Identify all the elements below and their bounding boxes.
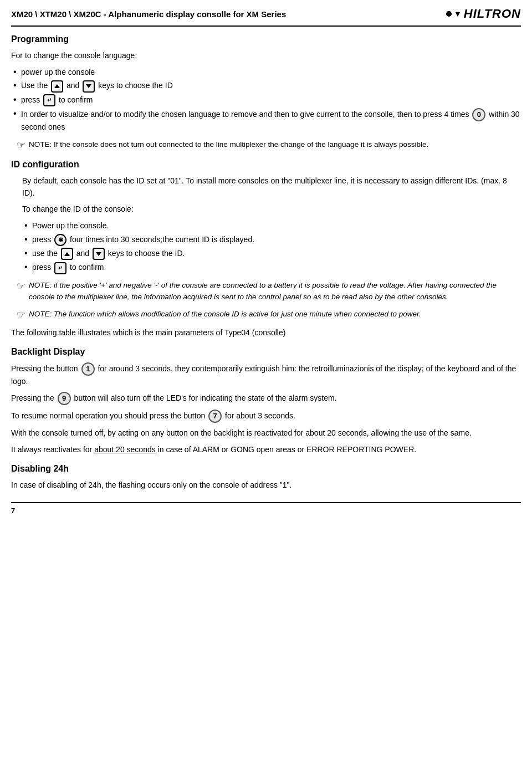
logo-dot-icon bbox=[446, 11, 452, 17]
down-arrow-icon bbox=[86, 84, 91, 88]
up-arrow-key bbox=[51, 80, 63, 93]
page-number: 7 bbox=[11, 507, 15, 515]
underline-20sec: about 20 seconds bbox=[94, 445, 156, 454]
id-config-bullets: Power up the console. press ✱ four times… bbox=[22, 220, 521, 274]
id-bullet-confirm-text: press ↵ to confirm. bbox=[32, 263, 106, 272]
bullet-power-up: power up the console bbox=[21, 67, 521, 79]
enter-key-btn: ↵ bbox=[43, 94, 55, 106]
programming-title: Programming bbox=[11, 34, 521, 44]
id-bullet-power: Power up the console. bbox=[32, 220, 521, 232]
note-1-text-content: NOTE: If the console does not turn out c… bbox=[29, 140, 428, 149]
id-config-content: By default, each console has the ID set … bbox=[11, 175, 521, 274]
backlight-para1: Pressing the button 1 for around 3 secon… bbox=[11, 362, 521, 388]
up-arrow-icon bbox=[54, 84, 60, 88]
programming-intro: For to change the console language: bbox=[11, 50, 521, 62]
note-1-text: NOTE: If the console does not turn out c… bbox=[29, 139, 428, 151]
disabling-para1: In case of disabling of 24h, the flashin… bbox=[11, 479, 521, 492]
note-3-hand-icon: ☞ bbox=[17, 309, 25, 321]
id-config-title: ID configuration bbox=[11, 160, 521, 170]
note-2-text: NOTE: if the positive '+' and negative '… bbox=[29, 280, 521, 303]
down-arrow-key bbox=[83, 80, 95, 93]
note-3-text: NOTE: The function which allows modifica… bbox=[29, 309, 421, 320]
backlight-para2: Pressing the 9 button will also turn off… bbox=[11, 392, 521, 405]
logo-text: HILTRON bbox=[464, 7, 521, 21]
page-footer: 7 bbox=[11, 502, 521, 515]
id-down-arrow-key bbox=[93, 248, 105, 260]
id-bullet-use-keys: use the and keys to choose the ID. bbox=[32, 248, 521, 260]
id-change-intro: To change the ID of the console: bbox=[22, 203, 521, 216]
nine-key-btn: 9 bbox=[58, 392, 71, 405]
note-3-block: ☞ NOTE: The function which allows modifi… bbox=[11, 309, 521, 321]
backlight-para5: It always reactivates for about 20 secon… bbox=[11, 444, 521, 456]
bullet-use-keys: Use the and keys to choose the ID bbox=[21, 80, 521, 92]
backlight-title: Backlight Display bbox=[11, 347, 521, 357]
page-header: XM20 \ XTM20 \ XM20C - Alphanumeric disp… bbox=[11, 7, 521, 27]
backlight-para4: With the console turned off, by acting o… bbox=[11, 427, 521, 439]
programming-bullets: power up the console Use the and keys to… bbox=[11, 67, 521, 134]
bullet-press-confirm: press ↵ to confirm bbox=[21, 94, 521, 106]
note-hand-icon: ☞ bbox=[17, 139, 25, 152]
table-intro-text: The following table illustrates which is… bbox=[11, 327, 521, 339]
zero-key-btn: 0 bbox=[472, 108, 485, 121]
note-2-block: ☞ NOTE: if the positive '+' and negative… bbox=[11, 280, 521, 303]
logo-arrow-icon: ▼ bbox=[454, 9, 462, 18]
backlight-para3: To resume normal operation you should pr… bbox=[11, 410, 521, 423]
id-config-para1: By default, each console has the ID set … bbox=[22, 175, 521, 199]
bullet-visualize-text: In order to visualize and/or to modify t… bbox=[21, 110, 520, 131]
note-2-hand-icon: ☞ bbox=[17, 280, 25, 293]
page-wrapper: XM20 \ XTM20 \ XM20C - Alphanumeric disp… bbox=[0, 0, 532, 526]
logo-area: ▼ HILTRON bbox=[446, 7, 521, 21]
id-down-arrow-icon bbox=[96, 252, 101, 256]
id-bullet-press-star: press ✱ four times into 30 seconds;the c… bbox=[32, 234, 521, 246]
bullet-power-up-text: power up the console bbox=[21, 68, 95, 76]
seven-key-btn: 7 bbox=[208, 410, 222, 423]
star-key-btn: ✱ bbox=[54, 234, 66, 246]
note-1-block: ☞ NOTE: If the console does not turn out… bbox=[11, 139, 521, 152]
id-bullet-use-keys-text: use the and keys to choose the ID. bbox=[32, 249, 185, 258]
bullet-use-keys-text: Use the and keys to choose the ID bbox=[21, 81, 173, 90]
id-up-arrow-key bbox=[61, 248, 73, 260]
bullet-press-confirm-text: press ↵ to confirm bbox=[21, 95, 93, 104]
id-enter-key-btn: ↵ bbox=[54, 262, 66, 274]
header-title: XM20 \ XTM20 \ XM20C - Alphanumeric disp… bbox=[11, 9, 286, 19]
bullet-visualize: In order to visualize and/or to modify t… bbox=[21, 108, 521, 134]
disabling-title: Disabling 24h bbox=[11, 464, 521, 474]
id-bullet-power-text: Power up the console. bbox=[32, 221, 109, 230]
one-key-btn: 1 bbox=[81, 362, 95, 376]
id-bullet-press-star-text: press ✱ four times into 30 seconds;the c… bbox=[32, 235, 254, 244]
id-bullet-confirm: press ↵ to confirm. bbox=[32, 262, 521, 274]
id-up-arrow-icon bbox=[64, 252, 70, 256]
